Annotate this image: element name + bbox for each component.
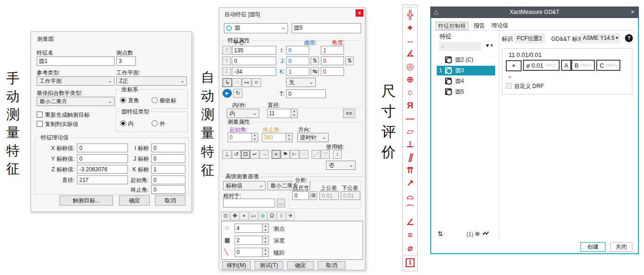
help-icon[interactable]: ? bbox=[625, 34, 633, 42]
direction-select[interactable]: 逆时针⌄ bbox=[297, 133, 329, 142]
nominal-select[interactable]: 标称值⌄ bbox=[223, 181, 266, 190]
k-nominal-input[interactable]: 1 bbox=[151, 165, 185, 174]
end-angle-stepper[interactable]: 360▴▾ bbox=[262, 133, 293, 142]
rerun-icon[interactable]: ↻ bbox=[233, 89, 242, 98]
angle-i-input[interactable]: 1 bbox=[321, 46, 344, 55]
regenerate-checkbox[interactable] bbox=[37, 112, 43, 118]
cancel-button[interactable]: 取消 bbox=[155, 195, 185, 206]
inner-radio[interactable] bbox=[120, 120, 126, 126]
total-runout-icon[interactable]: ⇈ bbox=[403, 164, 417, 177]
ok-button[interactable]: 确定 bbox=[119, 195, 150, 206]
outer-radio[interactable] bbox=[152, 120, 158, 126]
rotate-icon[interactable]: ↺ bbox=[232, 150, 241, 159]
workplane-select[interactable]: Z正⌄ bbox=[116, 76, 187, 86]
spinner-arrows[interactable]: ▴▾ bbox=[262, 248, 268, 256]
test-button[interactable]: 测试(T) bbox=[255, 261, 283, 269]
cancel-button[interactable]: 取消 bbox=[318, 261, 345, 269]
approve-all-icon[interactable]: ✔✔ bbox=[482, 230, 488, 237]
return-arrow-icon[interactable]: ↵ bbox=[250, 150, 259, 159]
angle-j-input[interactable]: 0 bbox=[321, 56, 344, 65]
surface-spin-button[interactable]: ⇅ bbox=[311, 56, 319, 65]
angle-k-input[interactable]: 0 bbox=[321, 67, 344, 76]
lower-tol-input[interactable]: 0.01 bbox=[341, 191, 360, 200]
relative-to-input[interactable] bbox=[223, 199, 275, 207]
use-pin-select[interactable]: 否⌄ bbox=[326, 161, 356, 170]
spinner-arrows[interactable]: ▴▾ bbox=[291, 109, 297, 118]
t-input[interactable]: 0 bbox=[286, 89, 326, 98]
j-input[interactable]: 0 bbox=[286, 56, 309, 65]
spinner-arrows[interactable]: ▴▾ bbox=[286, 133, 292, 142]
i-input[interactable]: 0 bbox=[286, 46, 309, 55]
standard-select[interactable]: ASME Y14.5 ▾ bbox=[580, 33, 620, 44]
parallelism-icon[interactable]: ∥ bbox=[403, 151, 417, 164]
wheel-icon[interactable]: ⊛ bbox=[258, 212, 267, 220]
pitch-stepper[interactable]: 0▴▾ bbox=[235, 248, 269, 257]
corner-arrow-icon[interactable]: ↳ bbox=[223, 78, 232, 87]
spinner-arrows[interactable]: ▴▾ bbox=[262, 224, 268, 232]
diameter-stepper[interactable]: 11▴▾ bbox=[267, 109, 298, 118]
start-angle-stepper[interactable]: 0▴▾ bbox=[228, 133, 258, 142]
flatness-icon[interactable]: ▱ bbox=[403, 125, 417, 138]
tab-feature-control-frame[interactable]: 特征控制框 bbox=[436, 22, 468, 30]
feature-list-item[interactable]: 圆5 bbox=[437, 87, 495, 97]
browse-button[interactable]: ... bbox=[277, 199, 285, 207]
power-icon[interactable]: ⊙ bbox=[221, 212, 230, 220]
custom-drf-checkbox[interactable] bbox=[506, 83, 512, 89]
angle-spin-button[interactable]: ⇅ bbox=[345, 56, 354, 65]
zigzag-icon[interactable]: ↝ bbox=[260, 150, 268, 159]
position-icon[interactable]: ⌖ bbox=[240, 212, 249, 220]
diameter-icon[interactable]: ⌀ bbox=[403, 242, 417, 255]
diameter-input[interactable]: 217 bbox=[77, 175, 128, 184]
filter-funnel-icon[interactable]: ▼ bbox=[485, 43, 490, 48]
reject-icon[interactable]: ⊗ bbox=[475, 230, 480, 237]
circled-position-icon[interactable]: ⊕ bbox=[403, 73, 417, 86]
close-icon[interactable]: × bbox=[631, 8, 634, 15]
create-button[interactable]: 创建 bbox=[580, 242, 606, 252]
flag-icon[interactable]: ⚑ bbox=[281, 150, 290, 159]
ones-icon[interactable]: 1'1 bbox=[300, 150, 308, 159]
start-angle-input[interactable]: 0 bbox=[151, 175, 185, 184]
k-input[interactable]: 1 bbox=[286, 67, 309, 76]
points-input[interactable]: 3 bbox=[116, 56, 136, 66]
probe-targets-button[interactable]: 触测目标... bbox=[59, 195, 113, 206]
feature-search-input[interactable]: ⌕ bbox=[439, 42, 481, 51]
concentricity-icon[interactable]: ◎ bbox=[403, 60, 417, 73]
origin-axes-icon[interactable]: ╬ bbox=[403, 8, 417, 21]
target-icon[interactable]: ⌖ bbox=[272, 150, 281, 159]
anchor-icon[interactable]: ⊥ bbox=[223, 150, 231, 159]
point-size-tool-icon[interactable]: ⊞ bbox=[310, 191, 317, 200]
z-nominal-input[interactable]: -3.2063076 bbox=[77, 165, 128, 174]
profile-r-icon[interactable]: Я bbox=[403, 99, 417, 112]
y-input[interactable]: 0 bbox=[232, 56, 276, 65]
info-icon[interactable]: i bbox=[277, 212, 286, 220]
depth-stepper[interactable]: 2▴▾ bbox=[235, 236, 269, 245]
none-select[interactable]: 无⌄ bbox=[286, 78, 316, 87]
point-size-input[interactable]: 0 bbox=[292, 191, 309, 200]
flip-vector-button[interactable]: ↹ bbox=[311, 67, 319, 76]
rect-coord-radio[interactable] bbox=[120, 97, 126, 103]
feature-type-select[interactable]: 圆 ⌄ bbox=[224, 23, 288, 33]
upper-tol-input[interactable]: 0.01 bbox=[319, 191, 339, 200]
circularity-icon[interactable]: ○ bbox=[403, 86, 417, 99]
close-button[interactable]: 关闭 bbox=[610, 242, 632, 252]
path-dots-icon[interactable]: ⋰ bbox=[312, 150, 320, 159]
z-axis-button[interactable]: Z bbox=[223, 67, 231, 76]
straightness-icon[interactable]: — bbox=[403, 112, 417, 125]
move-icon[interactable]: ✥ bbox=[230, 212, 239, 220]
copy-actual-checkbox[interactable] bbox=[37, 121, 43, 127]
x-input[interactable]: 135 bbox=[232, 46, 276, 55]
distance-icon[interactable]: ↔ bbox=[403, 34, 417, 47]
polar-coord-radio[interactable] bbox=[152, 97, 158, 103]
spinner-arrows[interactable]: ▴▾ bbox=[262, 236, 268, 244]
offset-icon[interactable]: ↦ bbox=[242, 78, 251, 87]
datum-a-cell[interactable]: A bbox=[561, 60, 571, 71]
x-nominal-input[interactable]: 0 bbox=[77, 144, 128, 152]
bestfit-select[interactable]: 最小二乘方⌄ bbox=[37, 97, 115, 106]
inout-select[interactable]: 内⌄ bbox=[227, 109, 259, 118]
feature-name-input[interactable]: 圆1 bbox=[37, 56, 115, 66]
number-one-icon[interactable]: 1 bbox=[406, 258, 414, 267]
updown-icon[interactable]: ↕ bbox=[333, 150, 342, 159]
datum-c-cell[interactable]: C<MC> bbox=[596, 60, 620, 71]
loop-icon[interactable]: Ω bbox=[268, 212, 276, 220]
hits-stepper[interactable]: 4▴▾ bbox=[235, 224, 269, 233]
